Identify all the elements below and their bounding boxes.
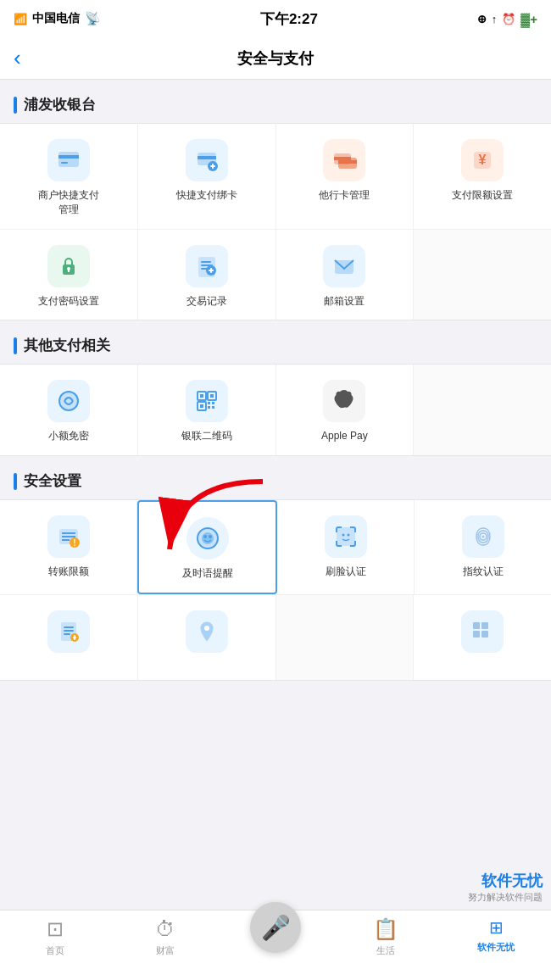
pufa-grid: 商户快捷支付管理 快捷支付绑卡 bbox=[0, 123, 551, 320]
othercard-svg bbox=[331, 148, 357, 173]
tab-software[interactable]: ⊞ 软件无忧 bbox=[441, 917, 551, 954]
email-svg bbox=[331, 253, 357, 279]
tab-software-label: 软件无忧 bbox=[477, 941, 515, 954]
cell-pay-limit[interactable]: ¥ 支付限额设置 bbox=[414, 124, 551, 229]
unionpay-qr-icon bbox=[186, 380, 228, 422]
merchant-label: 商户快捷支付管理 bbox=[38, 188, 99, 217]
cell-empty-2 bbox=[414, 365, 551, 455]
location-cell-icon bbox=[186, 610, 228, 653]
svg-point-47 bbox=[203, 535, 207, 538]
svg-point-52 bbox=[481, 536, 484, 538]
section-title-other-pay: 其他支付相关 bbox=[24, 336, 110, 355]
merchant-icon-svg bbox=[56, 148, 81, 173]
svg-rect-56 bbox=[64, 633, 70, 635]
page-title: 安全与支付 bbox=[237, 48, 314, 69]
svg-rect-61 bbox=[473, 622, 480, 629]
security-row-2 bbox=[0, 595, 551, 680]
other-pay-row-1: 小额免密 银联二 bbox=[0, 365, 551, 455]
tab-home[interactable]: ⊡ 首页 bbox=[0, 917, 110, 957]
alarm-icon: ⏰ bbox=[502, 13, 515, 25]
section-bar-3 bbox=[14, 473, 17, 490]
cell-email[interactable]: 邮箱设置 bbox=[276, 230, 415, 320]
security-grid: ! 转账限额 及时语提醒 bbox=[0, 499, 551, 681]
cell-pay-password[interactable]: 支付密码设置 bbox=[0, 230, 138, 320]
svg-rect-31 bbox=[210, 394, 214, 398]
fingerprint-svg bbox=[470, 524, 496, 549]
svg-point-50 bbox=[342, 534, 344, 537]
apple-pay-icon bbox=[323, 380, 365, 422]
cell-timely-reminder[interactable]: 及时语提醒 bbox=[137, 500, 277, 594]
tab-home-label: 首页 bbox=[46, 944, 64, 957]
status-time: 下午2:27 bbox=[260, 9, 318, 29]
cell-unionpay-qr[interactable]: 银联二维码 bbox=[138, 365, 276, 455]
nav-bar: ‹ 安全与支付 bbox=[0, 37, 551, 80]
email-label: 邮箱设置 bbox=[324, 294, 365, 309]
face-auth-icon bbox=[325, 515, 367, 558]
tab-home-icon: ⊡ bbox=[47, 917, 64, 941]
cell-quick-pay-bind[interactable]: 快捷支付绑卡 bbox=[138, 124, 276, 229]
tab-wealth[interactable]: ⏱ 财富 bbox=[110, 917, 220, 957]
mic-icon: 🎤 bbox=[261, 914, 291, 942]
svg-rect-34 bbox=[212, 402, 214, 404]
svg-rect-0 bbox=[58, 152, 79, 167]
cell-apple-pay[interactable]: Apple Pay bbox=[276, 365, 415, 455]
limit-svg: ¥ bbox=[470, 148, 495, 173]
arrow-up-icon: ↑ bbox=[492, 13, 498, 25]
transfer-limit-label: 转账限额 bbox=[48, 565, 89, 579]
tab-life-label: 生活 bbox=[376, 944, 395, 957]
svg-rect-35 bbox=[208, 406, 210, 409]
grid-icon bbox=[461, 610, 504, 653]
quick-pay-bind-icon bbox=[186, 139, 228, 181]
cell-face-auth[interactable]: 刷脸认证 bbox=[277, 500, 415, 594]
cell-other-card[interactable]: 他行卡管理 bbox=[276, 124, 415, 229]
apple-pay-svg bbox=[331, 387, 358, 415]
cell-grid-icon[interactable] bbox=[414, 595, 551, 680]
unionqr-svg bbox=[194, 388, 220, 414]
svg-point-51 bbox=[347, 534, 349, 537]
svg-rect-63 bbox=[473, 631, 480, 638]
tab-life[interactable]: 📋 生活 bbox=[331, 917, 441, 957]
cell-empty-1 bbox=[414, 230, 551, 320]
transaction-label: 交易记录 bbox=[186, 294, 227, 309]
tab-bar: ⊡ 首页 ⏱ 财富 🎤 📋 生活 ⊞ 软件无忧 bbox=[0, 910, 551, 980]
section-security: 安全设置 ! bbox=[0, 456, 551, 681]
svg-rect-2 bbox=[61, 162, 68, 164]
tab-life-icon: 📋 bbox=[373, 917, 398, 941]
mic-button[interactable]: 🎤 bbox=[250, 902, 301, 953]
svg-rect-62 bbox=[481, 622, 488, 629]
svg-rect-30 bbox=[200, 394, 203, 398]
cell-location[interactable] bbox=[138, 595, 276, 680]
grid-svg bbox=[470, 619, 495, 644]
svg-rect-32 bbox=[200, 404, 203, 408]
small-amount-icon bbox=[47, 380, 90, 422]
other-card-label: 他行卡管理 bbox=[319, 188, 370, 203]
location-svg bbox=[194, 619, 220, 644]
transaction-svg bbox=[194, 253, 220, 279]
cell-doc[interactable] bbox=[0, 595, 138, 680]
cell-transaction[interactable]: 交易记录 bbox=[138, 230, 276, 320]
section-header-pufa: 浦发收银台 bbox=[0, 80, 551, 123]
tab-mic[interactable]: 🎤 bbox=[220, 917, 331, 953]
security-row-1: ! 转账限额 及时语提醒 bbox=[0, 500, 551, 595]
merchant-quick-pay-icon bbox=[47, 139, 90, 181]
section-header-security: 安全设置 bbox=[0, 456, 551, 499]
doc-svg bbox=[56, 619, 81, 644]
status-bar: 📶 中国电信 📡 下午2:27 ⊕ ↑ ⏰ ▓+ bbox=[0, 0, 551, 37]
face-svg bbox=[333, 524, 359, 549]
svg-rect-36 bbox=[212, 406, 214, 409]
cell-transfer-limit[interactable]: ! 转账限额 bbox=[0, 500, 137, 594]
section-header-other-pay: 其他支付相关 bbox=[0, 320, 551, 364]
fingerprint-icon bbox=[462, 515, 504, 558]
password-svg bbox=[56, 253, 81, 279]
cell-merchant-quick-pay[interactable]: 商户快捷支付管理 bbox=[0, 124, 138, 229]
transfer-limit-icon: ! bbox=[47, 515, 90, 558]
apple-pay-label: Apple Pay bbox=[321, 429, 368, 443]
timely-reminder-icon bbox=[186, 517, 229, 560]
smallamount-svg bbox=[56, 388, 81, 414]
status-right: ⊕ ↑ ⏰ ▓+ bbox=[477, 12, 537, 26]
watermark-sub: 努力解决软件问题 bbox=[468, 891, 543, 904]
svg-rect-1 bbox=[58, 155, 79, 159]
cell-fingerprint[interactable]: 指纹认证 bbox=[415, 500, 551, 594]
back-button[interactable]: ‹ bbox=[14, 45, 21, 71]
cell-small-amount[interactable]: 小额免密 bbox=[0, 365, 138, 455]
